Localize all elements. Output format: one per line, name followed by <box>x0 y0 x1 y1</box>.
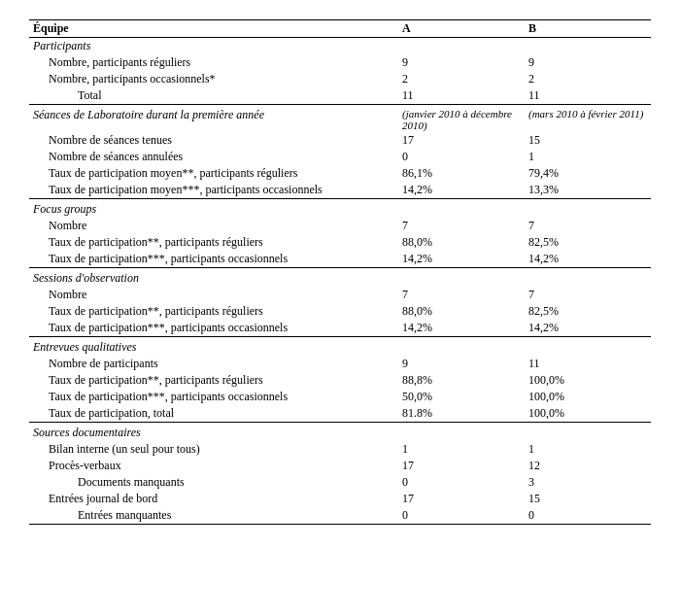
section-header-label: Entrevues qualitatives <box>29 337 398 357</box>
row-label: Taux de participation**, participants ré… <box>29 372 398 389</box>
section-header-label: Sessions d'observation <box>29 268 398 288</box>
section-header-label: Focus groups <box>29 199 398 219</box>
section-header-a <box>398 423 525 442</box>
row-value-a: 2 <box>398 71 525 87</box>
row-value-a: 17 <box>398 458 525 474</box>
row-label: Nombre de séances tenues <box>29 132 398 149</box>
row-value-a: 7 <box>398 218 525 234</box>
row-value-a: 14,2% <box>398 251 525 268</box>
row-value-b: 1 <box>525 441 651 458</box>
row-label: Total <box>29 87 398 105</box>
section-header-b <box>525 199 651 219</box>
row-label: Nombre, participants occasionnels* <box>29 71 398 87</box>
row-value-b: 7 <box>525 218 651 234</box>
section-header-a <box>398 268 525 288</box>
row-value-a: 11 <box>398 87 525 105</box>
row-value-a: 14,2% <box>398 320 525 337</box>
row-value-b: 12 <box>525 458 651 474</box>
section-header-b: (mars 2010 à février 2011) <box>525 105 651 133</box>
row-label: Taux de participation**, participants ré… <box>29 234 398 251</box>
row-label: Entrées manquantes <box>29 507 398 525</box>
section-header-a <box>398 337 525 357</box>
row-value-b: 0 <box>525 507 651 525</box>
row-value-b: 7 <box>525 287 651 303</box>
row-value-b: 1 <box>525 149 651 165</box>
row-label: Taux de participation***, participants o… <box>29 320 398 337</box>
row-label: Nombre <box>29 218 398 234</box>
row-label: Nombre <box>29 287 398 303</box>
row-value-b: 14,2% <box>525 320 651 337</box>
row-value-b: 15 <box>525 132 651 149</box>
section-header-b <box>525 337 651 357</box>
section-header-a <box>398 199 525 219</box>
row-value-a: 0 <box>398 474 525 491</box>
row-value-b: 100,0% <box>525 372 651 389</box>
row-value-a: 14,2% <box>398 182 525 199</box>
row-label: Documents manquants <box>29 474 398 491</box>
row-value-a: 81.8% <box>398 405 525 423</box>
row-label: Taux de participation, total <box>29 405 398 423</box>
row-value-b: 11 <box>525 87 651 105</box>
header-col-b: B <box>525 20 651 38</box>
row-value-b: 100,0% <box>525 405 651 423</box>
row-value-b: 14,2% <box>525 251 651 268</box>
section-header-a <box>398 38 525 55</box>
row-value-a: 9 <box>398 356 525 372</box>
row-value-a: 17 <box>398 132 525 149</box>
row-label: Bilan interne (un seul pour tous) <box>29 441 398 458</box>
section-header-label: Séances de Laboratoire durant la premièr… <box>29 105 398 133</box>
row-label: Taux de participation**, participants ré… <box>29 303 398 320</box>
row-label: Taux de participation***, participants o… <box>29 389 398 405</box>
row-value-a: 17 <box>398 491 525 507</box>
row-label: Procès-verbaux <box>29 458 398 474</box>
section-header-label: Sources documentaires <box>29 423 398 442</box>
row-value-b: 3 <box>525 474 651 491</box>
section-header-b <box>525 38 651 55</box>
row-value-a: 86,1% <box>398 165 525 182</box>
row-value-b: 11 <box>525 356 651 372</box>
row-label: Entrées journal de bord <box>29 491 398 507</box>
row-value-a: 88,8% <box>398 372 525 389</box>
row-label: Taux de participation moyen***, particip… <box>29 182 398 199</box>
section-header-b <box>525 423 651 442</box>
section-header-a: (janvier 2010 à décembre 2010) <box>398 105 525 133</box>
row-label: Taux de participation***, participants o… <box>29 251 398 268</box>
row-value-b: 9 <box>525 54 651 71</box>
row-label: Nombre, participants réguliers <box>29 54 398 71</box>
row-value-b: 15 <box>525 491 651 507</box>
row-label: Nombre de participants <box>29 356 398 372</box>
row-value-a: 88,0% <box>398 234 525 251</box>
row-value-a: 88,0% <box>398 303 525 320</box>
section-header-b <box>525 268 651 288</box>
row-value-a: 7 <box>398 287 525 303</box>
row-value-b: 82,5% <box>525 303 651 320</box>
data-table: Équipe A B ParticipantsNombre, participa… <box>29 19 651 525</box>
row-value-a: 9 <box>398 54 525 71</box>
row-label: Taux de participation moyen**, participa… <box>29 165 398 182</box>
row-value-b: 82,5% <box>525 234 651 251</box>
row-value-b: 13,3% <box>525 182 651 199</box>
row-value-b: 2 <box>525 71 651 87</box>
row-value-b: 100,0% <box>525 389 651 405</box>
row-value-a: 0 <box>398 149 525 165</box>
section-header-label: Participants <box>29 38 398 55</box>
header-col-a: A <box>398 20 525 38</box>
row-value-a: 1 <box>398 441 525 458</box>
row-value-a: 50,0% <box>398 389 525 405</box>
row-label: Nombre de séances annulées <box>29 149 398 165</box>
row-value-a: 0 <box>398 507 525 525</box>
header-equipe: Équipe <box>29 20 398 38</box>
row-value-b: 79,4% <box>525 165 651 182</box>
